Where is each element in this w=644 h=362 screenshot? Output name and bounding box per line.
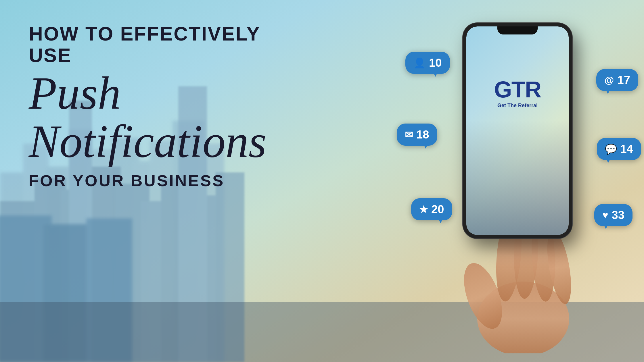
gtr-logo-letters: GTR bbox=[494, 78, 541, 101]
star-count: 20 bbox=[431, 203, 444, 216]
gtr-logo: GTR Get The Referral bbox=[494, 78, 541, 109]
email-count: 18 bbox=[416, 128, 429, 141]
headline-bottom: FOR YOUR BUSINESS bbox=[29, 171, 273, 190]
main-scene: HOW TO EFFECTIVELY USE Push Notification… bbox=[0, 0, 644, 362]
text-area: HOW TO EFFECTIVELY USE Push Notification… bbox=[29, 23, 273, 190]
person-icon: 👤 bbox=[413, 57, 425, 69]
headline-top: HOW TO EFFECTIVELY USE bbox=[29, 23, 273, 66]
person-count: 10 bbox=[429, 56, 442, 69]
heart-icon: ♥ bbox=[602, 209, 608, 221]
phone-area: 👤 10 ✉ 18 ★ 20 @ 17 💬 14 ♥ 33 bbox=[420, 14, 621, 353]
at-count: 17 bbox=[618, 74, 630, 86]
notification-bubble-comment: 💬 14 bbox=[597, 138, 641, 160]
notification-bubble-heart: ♥ 33 bbox=[594, 204, 632, 226]
headline-script: Push Notifications bbox=[29, 69, 273, 165]
phone-device: GTR Get The Referral bbox=[463, 23, 572, 238]
phone-notch bbox=[497, 26, 538, 34]
gtr-logo-subtitle: Get The Referral bbox=[494, 103, 541, 109]
notification-bubble-star: ★ 20 bbox=[411, 198, 452, 220]
star-icon: ★ bbox=[419, 204, 428, 215]
phone-screen-city bbox=[466, 120, 569, 235]
notification-bubble-at: @ 17 bbox=[596, 69, 638, 91]
notification-bubble-person: 👤 10 bbox=[405, 52, 450, 74]
comment-icon: 💬 bbox=[605, 143, 617, 155]
phone-screen: GTR Get The Referral bbox=[466, 26, 569, 235]
notification-bubble-email: ✉ 18 bbox=[397, 124, 437, 146]
at-icon: @ bbox=[604, 74, 614, 86]
comment-count: 14 bbox=[620, 143, 633, 155]
heart-count: 33 bbox=[612, 209, 625, 222]
email-icon: ✉ bbox=[405, 129, 413, 140]
